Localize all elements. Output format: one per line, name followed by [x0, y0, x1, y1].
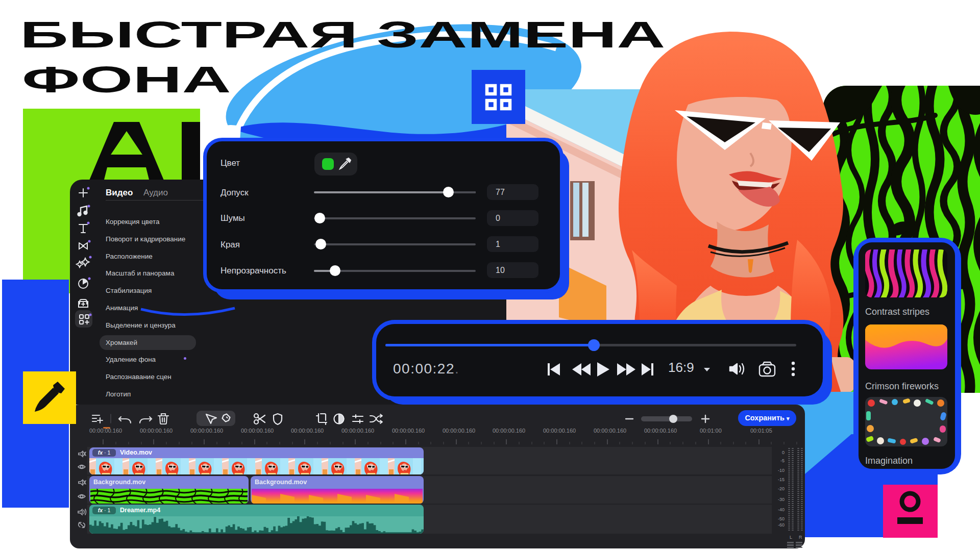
- svg-text:R: R: [799, 535, 802, 540]
- svg-text:L: L: [790, 535, 792, 540]
